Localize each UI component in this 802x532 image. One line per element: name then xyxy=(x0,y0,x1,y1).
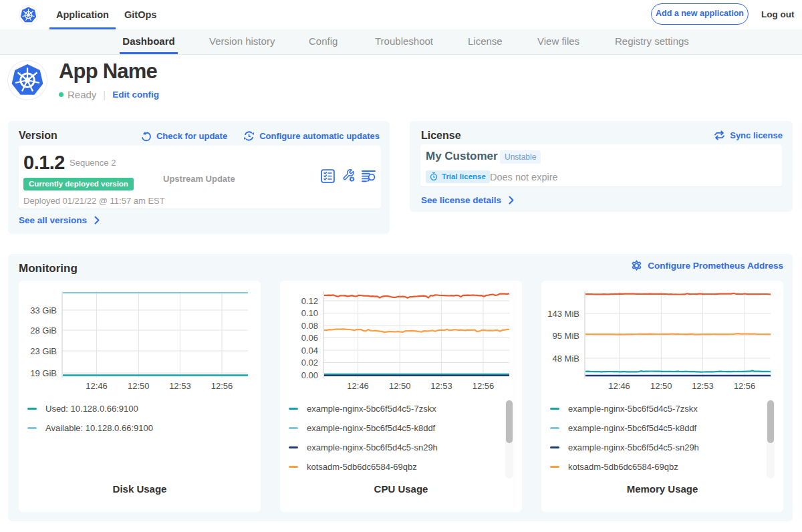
svg-text:33 GiB: 33 GiB xyxy=(30,305,57,315)
svg-text:12:50: 12:50 xyxy=(650,381,672,391)
svg-text:0.12: 0.12 xyxy=(301,296,318,306)
svg-text:23 GiB: 23 GiB xyxy=(30,346,57,356)
svg-text:12:46: 12:46 xyxy=(86,381,108,391)
svg-text:12:50: 12:50 xyxy=(128,381,150,391)
svg-text:12:46: 12:46 xyxy=(608,381,630,391)
svg-text:0.10: 0.10 xyxy=(301,308,318,318)
svg-text:12:53: 12:53 xyxy=(430,381,452,391)
svg-text:12:46: 12:46 xyxy=(347,381,369,391)
svg-text:0.06: 0.06 xyxy=(301,333,318,343)
svg-text:0.08: 0.08 xyxy=(301,321,318,331)
svg-text:0.02: 0.02 xyxy=(301,358,318,368)
svg-text:19 GiB: 19 GiB xyxy=(30,368,57,378)
svg-text:0.04: 0.04 xyxy=(301,346,318,356)
svg-text:12:53: 12:53 xyxy=(169,381,191,391)
svg-text:12:56: 12:56 xyxy=(211,381,233,391)
svg-text:95 MiB: 95 MiB xyxy=(553,331,579,341)
svg-text:0.00: 0.00 xyxy=(301,370,318,380)
svg-text:12:50: 12:50 xyxy=(389,381,411,391)
svg-text:28 GiB: 28 GiB xyxy=(30,325,57,336)
svg-text:12:56: 12:56 xyxy=(734,381,756,391)
svg-text:143 MiB: 143 MiB xyxy=(547,309,579,319)
svg-text:48 MiB: 48 MiB xyxy=(553,354,579,364)
svg-text:12:53: 12:53 xyxy=(692,381,714,391)
svg-text:12:56: 12:56 xyxy=(473,381,495,391)
